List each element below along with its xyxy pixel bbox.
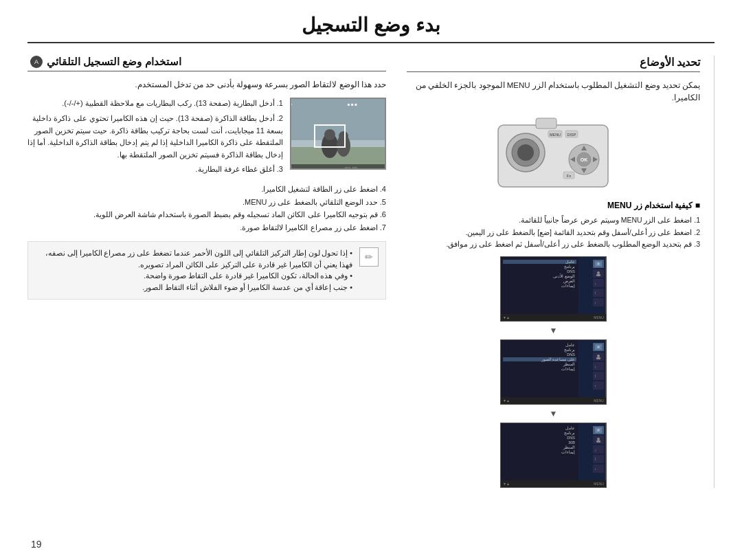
svg-point-16: [517, 144, 534, 161]
screen-bottom-bar-2: MENU ▲▼: [501, 397, 606, 404]
auto-intro-text: حدد هذا الوضع لالتقاط الصور بسرعة وسهولة…: [27, 78, 386, 91]
svg-text:🔊: 🔊: [595, 374, 596, 379]
menu-row-s3-1: عامل: [503, 426, 576, 430]
screen-bottom-bar-3: MENU ▲▼: [501, 480, 606, 487]
menu-icon-music-2: ♪: [593, 362, 604, 370]
note-line-1: • إذا تحول لون إطار التركيز التلقائي إلى…: [35, 247, 352, 271]
svg-text:Fn: Fn: [567, 174, 571, 178]
step-2: 2. أدخل بطاقة الذاكرة (صفحة 13). حيث إن …: [27, 113, 283, 161]
auto-mode-icon: A: [30, 56, 43, 68]
remaining-steps: 4. اضغط على زر الطاقة لتشغيل الكاميرا. 5…: [27, 183, 386, 234]
menu-step-1: 1. اضغط على الزر MENU وسيتم عرض عرضاً جا…: [407, 214, 700, 227]
svg-rect-35: [596, 274, 600, 276]
svg-rect-42: [596, 357, 600, 359]
svg-text:⚙: ⚙: [595, 467, 596, 471]
svg-text:DISP: DISP: [567, 133, 576, 137]
menu-icon-music-3: ♪: [593, 445, 604, 453]
menu-icon-settings-3: ⚙: [593, 464, 604, 473]
menu-icon-music: ♪: [593, 279, 604, 287]
menu-icon-settings-2: ⚙: [593, 381, 604, 390]
menu-row-s2-6: إيماءات: [503, 367, 576, 371]
menu-row-6: إيماءات: [503, 284, 576, 288]
menu-row-s3-4: 30B: [503, 440, 576, 445]
menu-icon-sound-3: 🔊: [593, 455, 604, 463]
note-line-2: • وفي هذه الحالة، تكون الكاميرا غير قادر…: [35, 270, 352, 282]
note-text: • إذا تحول لون إطار التركيز التلقائي إلى…: [35, 247, 352, 293]
svg-text:⚙: ⚙: [595, 301, 596, 305]
arrow-down-2: ▼: [550, 409, 558, 418]
svg-point-4: [324, 129, 335, 140]
svg-point-33: [597, 262, 600, 265]
menu-screen-1: ♪ 🔊 ⚙ عامل برنامج: [500, 256, 607, 322]
menu-steps: 1. اضغط على الزر MENU وسيتم عرض عرضاً جا…: [407, 214, 700, 251]
svg-text:AUTO: AUTO: [290, 102, 292, 107]
menu-screen-right-1: عامل برنامج DNS الوضع الأدنى العرض: [501, 257, 578, 321]
menu-row-4: الوضع الأدنى: [503, 274, 576, 278]
menu-row-1: عامل: [503, 260, 576, 264]
camera-preview-area: AUTO ■ ■ ■ 15 5.6 ISO 100 1. أدخل البطار…: [27, 98, 386, 176]
menu-icon-sound: 🔊: [593, 289, 604, 297]
menu-row-s2-1: عامل: [503, 343, 576, 347]
svg-text:♪: ♪: [595, 282, 596, 286]
menu-screen-2: ♪ 🔊 ⚙ عامل برنامج: [500, 339, 607, 405]
menu-how-title: ■ كيفية استخدام زر MENU: [407, 201, 700, 210]
main-columns: استخدام وضع التسجيل التلقائي A حدد هذا ا…: [27, 56, 715, 488]
note-box: ✏ • إذا تحول لون إطار التركيز التلقائي إ…: [27, 241, 386, 300]
svg-text:♪: ♪: [595, 365, 596, 369]
svg-text:♪: ♪: [595, 448, 596, 452]
menu-icon-camera-3: [593, 426, 604, 434]
menu-screen-3: ♪ 🔊 ⚙ عامل برنامج: [500, 423, 607, 488]
menu-row-s3-3: DNS: [503, 436, 576, 440]
menu-row-s2-5: المنظر: [503, 362, 576, 366]
svg-rect-49: [596, 440, 600, 443]
page-title-area: بدء وضع التسجيل: [27, 14, 715, 43]
step-6: 6. قم بتوجيه الكاميرا على الكائن الماد ت…: [27, 208, 386, 221]
step-1: 1. أدخل البطارية (صفحة 13). ركب البطاريا…: [27, 98, 283, 110]
svg-text:🔊: 🔊: [595, 457, 596, 462]
page-container: بدء وضع التسجيل استخدام وضع التسجيل التل…: [0, 0, 742, 560]
svg-text:MENU: MENU: [550, 133, 561, 137]
menu-icon-person-2: [593, 352, 604, 361]
menu-icon-sound-2: 🔊: [593, 372, 604, 380]
auto-section-title: استخدام وضع التسجيل التلقائي: [47, 56, 181, 68]
menu-step-2: 2. اضغط على زر أعلى/أسفل وقم بتحديد القا…: [407, 227, 700, 239]
camera-controls-svg: MENU MENU DISP OK: [495, 111, 611, 194]
menu-icon-person-3: [593, 436, 604, 444]
auto-section-header: استخدام وضع التسجيل التلقائي A: [27, 56, 386, 71]
menu-screen-left-3: ♪ 🔊 ⚙: [578, 423, 606, 487]
svg-text:🔊: 🔊: [595, 291, 596, 295]
menu-row-s2-2: برنامج: [503, 348, 576, 352]
screen-bottom-bar-1: MENU ▲▼: [501, 314, 606, 321]
menu-screen-right-2: عامل برنامج DNS على مساعدة الصور المنظر: [501, 340, 578, 404]
steps-text: 1. أدخل البطارية (صفحة 13). ركب البطاريا…: [27, 98, 283, 176]
arrow-down-1: ▼: [550, 326, 558, 335]
col-auto: استخدام وضع التسجيل التلقائي A حدد هذا ا…: [27, 56, 386, 488]
menu-icon-camera-2: [593, 343, 604, 351]
svg-rect-10: [290, 164, 385, 170]
menu-row-s2-4: على مساعدة الصور: [503, 357, 576, 361]
svg-text:ISO 100: ISO 100: [345, 166, 358, 170]
menu-screen-left-1: ♪ 🔊 ⚙: [578, 257, 606, 321]
svg-point-34: [597, 271, 600, 274]
col-menu: تحديد الأوضاع يمكن تحديد وضع التشغيل الم…: [407, 56, 715, 488]
step-4: 4. اضغط على زر الطاقة لتشغيل الكاميرا.: [27, 183, 386, 196]
menu-screenshots: ♪ 🔊 ⚙ عامل برنامج: [407, 256, 700, 488]
menu-how-subsection: ■ كيفية استخدام زر MENU 1. اضغط على الزر…: [407, 201, 700, 251]
menu-section-title: تحديد الأوضاع: [407, 56, 700, 72]
menu-icon-camera: [593, 260, 604, 268]
menu-row-2: برنامج: [503, 265, 576, 269]
menu-step-3: 3. قم بتحديد الوضع المطلوب بالضغط على زر…: [407, 238, 700, 251]
menu-screen-right-3: عامل برنامج DNS 30B المنظر: [501, 423, 578, 487]
menu-screen-left-2: ♪ 🔊 ⚙: [578, 340, 606, 404]
menu-icon-settings: ⚙: [593, 298, 604, 306]
menu-row-5: العرض: [503, 279, 576, 283]
menu-row-3: DNS: [503, 269, 576, 273]
step-7: 7. اضغط على زر مصراع الكاميرا لالتقاط صو…: [27, 221, 386, 234]
menu-icon-person: [593, 269, 604, 278]
menu-row-s3-6: إيماءات: [503, 450, 576, 454]
camera-preview-image: AUTO ■ ■ ■ 15 5.6 ISO 100: [290, 98, 386, 170]
page-number: 19: [31, 539, 42, 550]
menu-row-s3-5: المنظر: [503, 445, 576, 449]
step-3: 3. أغلق غطاء غرفة البطارية.: [27, 164, 283, 176]
svg-point-6: [339, 131, 348, 141]
